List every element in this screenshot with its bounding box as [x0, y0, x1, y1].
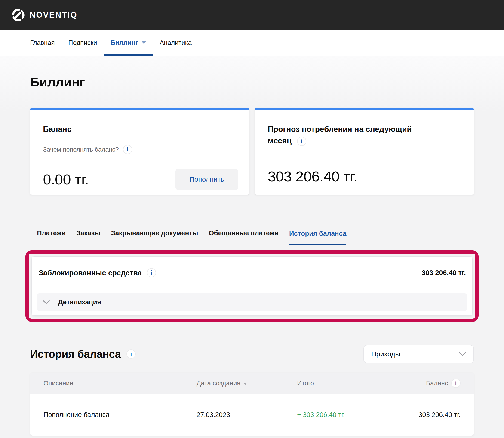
forecast-card: Прогноз потребления на следующий месяц i… — [255, 108, 474, 195]
card-accent-bar — [255, 108, 474, 110]
info-icon[interactable]: i — [297, 137, 306, 146]
blocked-funds-header: Заблокированные средства i 303 206.40 тг… — [32, 257, 472, 289]
info-icon[interactable]: i — [126, 350, 136, 359]
noventiq-logo-icon — [11, 8, 25, 22]
forecast-amount: 303 206.40 тг. — [268, 168, 463, 185]
col-header-balance-label: Баланс — [426, 380, 448, 387]
chevron-down-icon — [459, 352, 466, 356]
forecast-title-text: Прогноз потребления на следующий месяц — [268, 125, 412, 145]
tab-obeshchannye-platezhi[interactable]: Обещанные платежи — [209, 229, 279, 245]
info-icon[interactable]: i — [123, 145, 132, 154]
history-section-header: История баланса i Приходы — [30, 345, 474, 363]
row-total: + 303 206.40 тг. — [297, 411, 418, 419]
content-area: Биллинг Баланс Зачем пополнять баланс? i… — [0, 56, 504, 438]
blocked-funds-card: Заблокированные средства i 303 206.40 тг… — [32, 256, 472, 316]
balance-hint-text: Зачем пополнять баланс? — [43, 146, 119, 153]
col-header-date-sort[interactable]: Дата создания — [197, 380, 297, 387]
chevron-down-icon — [43, 300, 50, 304]
row-balance: 303 206.40 тг. — [418, 411, 460, 419]
blocked-funds-amount: 303 206.40 тг. — [422, 269, 466, 277]
info-icon[interactable]: i — [451, 379, 460, 388]
details-toggle-label: Детализация — [58, 298, 101, 306]
row-description: Пополнение баланса — [44, 411, 197, 419]
history-filter-select[interactable]: Приходы — [363, 345, 474, 363]
history-table-header: Описание Дата создания Итого Баланс i — [30, 372, 474, 394]
info-icon[interactable]: i — [147, 268, 156, 277]
balance-amount: 0.00 тг. — [43, 171, 89, 188]
tab-istoriya-balansa[interactable]: История баланса — [289, 230, 347, 245]
highlight-annotation-box: Заблокированные средства i 303 206.40 тг… — [25, 250, 479, 322]
col-header-balance: Баланс i — [426, 379, 460, 388]
row-date: 27.03.2023 — [197, 411, 297, 419]
main-nav: Главная Подписки Биллинг Аналитика — [0, 30, 504, 56]
table-row: Пополнение баланса 27.03.2023 + 303 206.… — [30, 394, 474, 436]
forecast-card-title: Прогноз потребления на следующий месяц i — [268, 123, 425, 146]
nav-item-billing[interactable]: Биллинг — [111, 30, 146, 56]
blocked-funds-title: Заблокированные средства — [39, 269, 142, 277]
history-filter-value: Приходы — [371, 350, 400, 358]
history-table: Описание Дата создания Итого Баланс i По… — [30, 372, 474, 436]
col-header-description: Описание — [44, 380, 197, 387]
nav-item-glavnaya[interactable]: Главная — [30, 30, 55, 56]
top-up-button[interactable]: Пополнить — [175, 169, 238, 190]
tab-platezhi[interactable]: Платежи — [37, 229, 66, 245]
sort-caret-icon — [244, 383, 247, 385]
blocked-funds-title-row: Заблокированные средства i — [39, 268, 156, 277]
details-toggle[interactable]: Детализация — [37, 293, 467, 311]
divider — [32, 289, 472, 289]
balance-hint: Зачем пополнять баланс? i — [43, 145, 238, 154]
nav-item-podpiski[interactable]: Подписки — [68, 30, 97, 56]
page-title: Биллинг — [30, 75, 474, 89]
tab-zakryvayushchie-dokumenty[interactable]: Закрывающие документы — [111, 229, 198, 245]
nav-item-billing-label: Биллинг — [111, 39, 138, 46]
card-accent-bar — [30, 108, 249, 110]
balance-card: Баланс Зачем пополнять баланс? i 0.00 тг… — [30, 108, 249, 195]
top-header: NOVENTIQ — [0, 0, 504, 30]
balance-card-title: Баланс — [43, 123, 238, 135]
nav-item-analitika[interactable]: Аналитика — [160, 30, 192, 56]
tab-zakazy[interactable]: Заказы — [76, 229, 100, 245]
summary-cards: Баланс Зачем пополнять баланс? i 0.00 тг… — [30, 108, 474, 195]
balance-card-bottom: 0.00 тг. Пополнить — [43, 169, 238, 190]
col-header-total: Итого — [297, 380, 426, 387]
chevron-down-icon — [142, 41, 146, 44]
col-header-date-label: Дата создания — [197, 380, 241, 387]
noventiq-logo[interactable]: NOVENTIQ — [11, 8, 77, 22]
billing-tabs: Платежи Заказы Закрывающие документы Обе… — [30, 229, 474, 245]
noventiq-logo-text: NOVENTIQ — [30, 10, 77, 19]
history-title-row: История баланса i — [30, 348, 136, 360]
history-title: История баланса — [30, 348, 121, 360]
